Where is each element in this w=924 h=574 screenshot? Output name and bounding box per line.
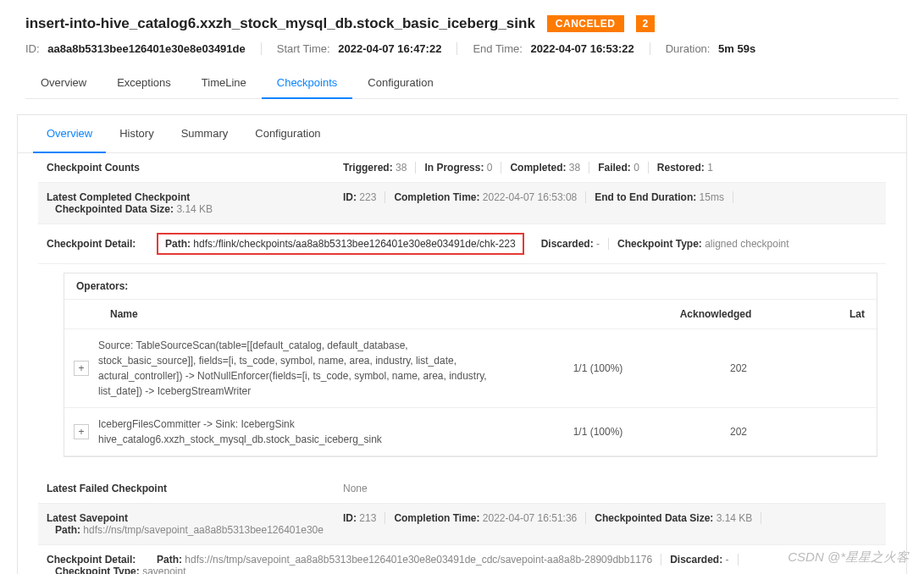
status-badge: CANCELED	[547, 15, 624, 32]
latest-completed-row: Latest Completed Checkpoint ID: 223 Comp…	[38, 183, 886, 224]
main-tabs: Overview Exceptions TimeLine Checkpoints…	[25, 68, 899, 99]
tab-overview[interactable]: Overview	[25, 68, 102, 98]
duration: Duration: 5m 59s	[650, 42, 771, 55]
sub-tab-overview[interactable]: Overview	[33, 115, 106, 153]
latest-savepoint-row: Latest Savepoint ID: 213 Completion Time…	[38, 504, 886, 545]
tab-exceptions[interactable]: Exceptions	[102, 68, 186, 98]
checkpoint-sub-tabs: Overview History Summary Configuration	[18, 115, 906, 153]
operator-row: + IcebergFilesCommitter -> Sink: Iceberg…	[64, 408, 877, 456]
job-title: insert-into-hive_catalog6.xxzh_stock_mys…	[25, 15, 535, 32]
expand-button[interactable]: +	[74, 424, 89, 439]
sub-tab-summary[interactable]: Summary	[168, 115, 242, 152]
expand-button[interactable]: +	[74, 361, 89, 376]
col-acknowledged: Acknowledged	[622, 300, 809, 328]
end-time: End Time: 2022-04-07 16:53:22	[457, 42, 650, 55]
savepoint-detail-row: Checkpoint Detail: Path: hdfs://ns/tmp/s…	[38, 545, 886, 574]
start-time: Start Time: 2022-04-07 16:47:22	[262, 42, 458, 55]
tab-timeline[interactable]: TimeLine	[186, 68, 262, 98]
count-badge: 2	[636, 15, 656, 32]
operators-box: Operators: Name Acknowledged Lat + Sourc…	[64, 273, 877, 457]
job-id: ID: aa8a8b5313bee126401e30e8e03491de	[25, 42, 262, 55]
sub-tab-history[interactable]: History	[106, 115, 167, 152]
sub-tab-configuration[interactable]: Configuration	[241, 115, 334, 152]
col-name: Name	[98, 300, 622, 328]
latest-failed-row: Latest Failed Checkpoint None	[38, 474, 886, 504]
tab-configuration[interactable]: Configuration	[352, 68, 448, 98]
highlighted-path: Path: hdfs:/flink/checkpoints/aa8a8b5313…	[157, 233, 524, 255]
col-latency: Lat	[809, 300, 877, 328]
checkpoint-detail-row: Checkpoint Detail: Path: hdfs:/flink/che…	[38, 224, 886, 264]
operator-row: + Source: TableSourceScan(table=[[defaul…	[64, 329, 877, 408]
checkpoint-counts-row: Checkpoint Counts Triggered: 38 In Progr…	[38, 153, 886, 183]
tab-checkpoints[interactable]: Checkpoints	[262, 68, 353, 99]
